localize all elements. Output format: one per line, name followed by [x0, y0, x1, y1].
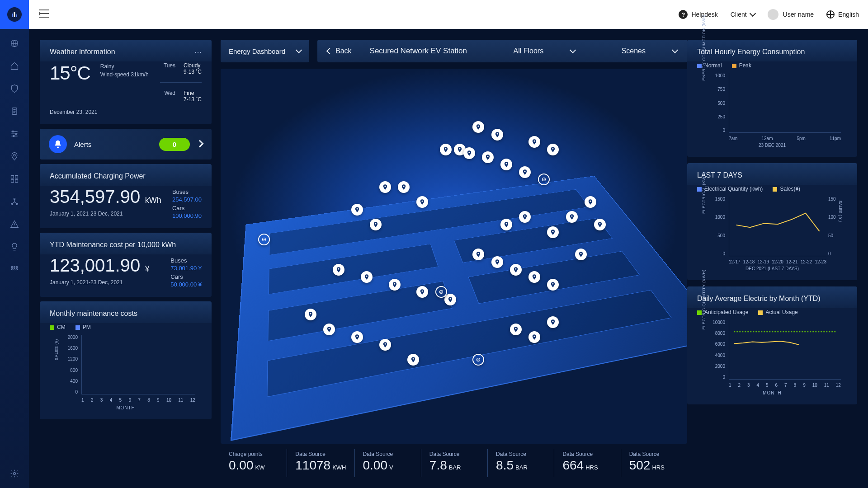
charger-pin-icon[interactable]	[528, 136, 540, 148]
forecast-day2-name: Wed	[160, 90, 175, 103]
charger-pin-icon[interactable]	[500, 219, 512, 230]
charger-pin-icon[interactable]	[472, 121, 484, 133]
svg-rect-2	[16, 14, 17, 17]
accumulated-power-card: Accumulated Charging Power 354,597.90 kW…	[40, 164, 212, 228]
svg-point-55	[356, 336, 358, 337]
charger-pin-icon[interactable]	[594, 219, 606, 230]
sidebar-toggle-icon[interactable]	[39, 9, 49, 19]
alerts-count: 0	[159, 138, 190, 151]
charger-pin-icon[interactable]	[379, 181, 391, 193]
charger-pin-icon[interactable]	[407, 354, 419, 366]
charger-pin-icon[interactable]	[500, 159, 512, 170]
charger-pin-icon[interactable]	[547, 144, 559, 155]
charger-pin-icon[interactable]	[351, 331, 363, 343]
charger-pin-icon[interactable]	[398, 181, 410, 193]
charger-pin-icon[interactable]	[510, 264, 522, 276]
bell-icon	[49, 135, 67, 153]
nav-bulb-icon[interactable]	[9, 241, 20, 252]
last7-card: LAST 7 DAYS Electrical Quantity (kwh) Sa…	[687, 163, 857, 280]
svg-point-13	[14, 198, 15, 200]
kpi-value: 0.00KW	[229, 458, 278, 473]
svg-point-53	[310, 313, 311, 314]
energy-dashboard-dropdown[interactable]: Energy Dashboard	[221, 40, 309, 62]
last7-title: LAST 7 DAYS	[697, 171, 847, 179]
charger-pin-icon[interactable]	[351, 204, 363, 216]
charger-pin-icon[interactable]	[440, 144, 452, 155]
nav-pin-icon[interactable]	[9, 151, 20, 162]
user-menu[interactable]: User name	[768, 9, 814, 20]
charger-pin-icon[interactable]	[463, 147, 475, 159]
kpi-value: 502HRS	[629, 458, 679, 473]
charger-pin-icon[interactable]	[547, 316, 559, 328]
charger-pin-icon[interactable]	[585, 196, 596, 208]
weather-title: Weather Information	[50, 48, 202, 56]
svg-point-24	[496, 133, 498, 135]
acc-power-value: 354,597.90	[50, 187, 140, 207]
svg-rect-0	[12, 14, 13, 17]
weather-card: Weather Information ⋯ 15°C Rainy Wind-sp…	[40, 40, 212, 124]
scenes-dropdown[interactable]: Scenes	[622, 47, 677, 55]
kpi-label: Charge points	[229, 451, 278, 457]
charger-pin-icon[interactable]	[528, 331, 540, 343]
svg-point-25	[445, 148, 447, 150]
nav-sliders-icon[interactable]	[9, 128, 20, 139]
nav-shield-icon[interactable]	[9, 83, 20, 94]
charger-pin-icon[interactable]	[389, 279, 401, 291]
charger-pin-icon[interactable]	[379, 339, 391, 351]
client-dropdown[interactable]: Client	[731, 11, 755, 18]
nav-home-icon[interactable]	[9, 61, 20, 71]
kpi-label: Data Source	[629, 451, 679, 457]
charger-pin-icon[interactable]	[547, 226, 559, 238]
viewport-canvas[interactable]	[221, 69, 687, 444]
sensor-pin-icon[interactable]	[538, 174, 550, 185]
charger-pin-icon[interactable]	[519, 166, 531, 178]
charger-pin-icon[interactable]	[305, 309, 316, 320]
sensor-pin-icon[interactable]	[472, 354, 484, 366]
svg-point-23	[478, 126, 479, 127]
topbar: ? Helpdesk Client User name English	[0, 0, 868, 29]
card-more-icon[interactable]: ⋯	[194, 48, 203, 56]
language-dropdown[interactable]: English	[826, 10, 859, 19]
nav-apps-icon[interactable]	[9, 264, 20, 275]
forecast-day1-name: Tues	[160, 62, 175, 75]
charger-pin-icon[interactable]	[361, 271, 373, 283]
nav-network-icon[interactable]	[9, 196, 20, 207]
kpi-cell: Data Source 8.5BAR	[487, 449, 554, 477]
floors-dropdown[interactable]: All Floors	[513, 47, 575, 55]
daily-avg-card: Daily Average Electric by Month (YTD) An…	[687, 286, 857, 404]
maint-value: 123,001.90	[50, 255, 140, 276]
charger-pin-icon[interactable]	[491, 129, 503, 141]
kpi-label: Data Source	[363, 451, 413, 457]
sensor-pin-icon[interactable]	[258, 234, 270, 245]
sensor-pin-icon[interactable]	[435, 286, 447, 298]
helpdesk-link[interactable]: ? Helpdesk	[679, 10, 717, 19]
charger-pin-icon[interactable]	[482, 151, 494, 163]
svg-point-64	[439, 291, 443, 294]
kpi-label: Data Source	[429, 451, 479, 457]
alerts-card[interactable]: Alerts 0	[40, 129, 212, 160]
last7-chart: ELECTRICAL (KWH) SALES ( ¥ ) 15001000500…	[697, 197, 847, 264]
charger-pin-icon[interactable]	[491, 256, 503, 268]
kpi-value: 0.00V	[363, 458, 413, 473]
charger-pin-icon[interactable]	[566, 211, 578, 223]
nav-alert-icon[interactable]	[9, 219, 20, 230]
svg-point-34	[403, 186, 405, 187]
charger-pin-icon[interactable]	[333, 264, 344, 276]
nav-settings-icon[interactable]	[9, 468, 20, 479]
nav-grid-icon[interactable]	[9, 174, 20, 184]
svg-point-62	[599, 223, 600, 225]
nav-globe-icon[interactable]	[9, 38, 20, 49]
svg-point-48	[478, 253, 479, 254]
svg-point-28	[487, 155, 488, 157]
app-logo[interactable]	[0, 0, 29, 29]
acc-power-unit: kWh	[145, 196, 161, 205]
weather-condition: Rainy	[100, 62, 149, 70]
charger-pin-icon[interactable]	[547, 279, 559, 291]
nav-clipboard-icon[interactable]	[9, 106, 20, 117]
weather-wind: Wind-speed 31km/h	[100, 70, 149, 79]
svg-point-60	[552, 321, 554, 322]
help-icon: ?	[679, 10, 688, 19]
chevron-down-icon	[672, 47, 678, 53]
back-button[interactable]: Back	[327, 47, 352, 55]
hourly-chart: ENERGY CONSUMPTION (kWh) 10007505002500 …	[697, 73, 847, 141]
